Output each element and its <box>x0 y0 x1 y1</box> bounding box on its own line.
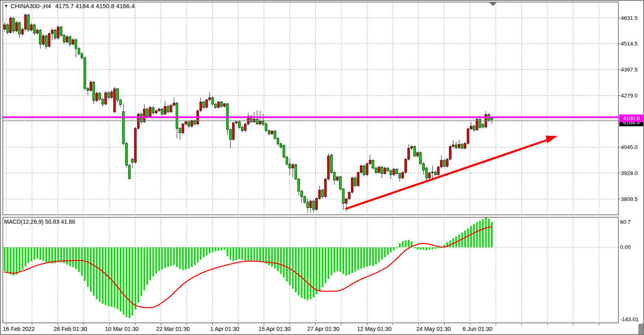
candle-body <box>105 93 107 104</box>
macd-histogram-bar <box>405 240 407 247</box>
macd-histogram-bar <box>140 247 142 296</box>
macd-histogram-bar <box>57 247 59 262</box>
candle-body <box>360 166 362 172</box>
macd-histogram-bar <box>34 247 35 259</box>
candle-body <box>491 118 493 120</box>
macd-histogram-bar <box>39 247 41 259</box>
candle-body <box>280 144 282 147</box>
macd-histogram-bar <box>135 247 136 309</box>
macd-histogram-bar <box>30 247 32 261</box>
candle-body <box>476 119 478 130</box>
macd-histogram-bar <box>402 241 403 247</box>
trend-arrow-line[interactable] <box>346 139 549 209</box>
macd-histogram-bar <box>283 247 285 277</box>
candle-body <box>10 18 12 32</box>
candle-body <box>440 160 442 167</box>
candle-body <box>78 49 80 54</box>
candle-body <box>342 189 344 203</box>
candle-body <box>437 167 439 175</box>
macd-histogram-bar <box>491 222 493 247</box>
macd-indicator-label: MACD(12,26,9) 50.83 41.88 <box>4 218 75 225</box>
macd-axis-label: 60.7 <box>620 219 631 225</box>
candle-body <box>220 102 222 106</box>
candle-body <box>30 25 32 30</box>
candle-body <box>134 128 136 162</box>
symbol-period-label: CHINA300-,H4 <box>11 2 51 9</box>
chart-canvas[interactable]: 4631.54514.54397.54279.04045.03928.03809… <box>1 1 644 335</box>
candle-body <box>446 159 448 166</box>
candle-body <box>81 54 83 58</box>
candle-body <box>325 179 327 197</box>
candle-body <box>179 128 181 133</box>
chart-shift-marker-icon[interactable] <box>489 2 497 6</box>
macd-histogram-bar <box>87 247 88 287</box>
macd-histogram-bar <box>384 247 386 257</box>
macd-histogram-bar <box>470 226 472 247</box>
macd-histogram-bar <box>241 247 243 259</box>
macd-histogram-bar <box>66 247 68 265</box>
macd-histogram-bar <box>131 247 133 316</box>
candle-body <box>131 159 134 162</box>
macd-histogram-bar <box>153 247 154 277</box>
candle-body <box>467 129 469 143</box>
candle-body <box>218 102 220 108</box>
symbol-dropdown-icon[interactable]: ▼ <box>4 4 8 8</box>
candle-body <box>381 167 383 173</box>
price-axis-label: 4631.5 <box>621 15 638 21</box>
candle-body <box>215 104 217 107</box>
macd-histogram-bar <box>248 247 249 261</box>
candle-body <box>51 30 53 34</box>
candle-body <box>33 25 35 33</box>
macd-histogram-bar <box>227 247 228 256</box>
macd-histogram-bar <box>363 247 365 268</box>
macd-histogram-bar <box>212 247 213 252</box>
candle-body <box>482 124 484 127</box>
macd-histogram-bar <box>292 247 294 289</box>
macd-histogram-bar <box>358 247 359 270</box>
macd-histogram-bar <box>277 247 279 271</box>
macd-histogram-bar <box>304 247 306 299</box>
candle-body <box>146 109 148 116</box>
candle-body <box>464 143 466 148</box>
macd-histogram-bar <box>334 247 335 272</box>
macd-histogram-bar <box>253 247 255 260</box>
candle-body <box>334 173 336 180</box>
macd-histogram-bar <box>250 247 252 261</box>
macd-histogram-bar <box>426 247 427 250</box>
candle-body <box>416 153 418 156</box>
macd-histogram-bar <box>144 247 145 290</box>
time-axis-label: 28 Feb 01:30 <box>54 326 87 332</box>
price-axis-label: 3928.0 <box>621 170 638 176</box>
candle-body <box>369 160 371 164</box>
macd-histogram-bar <box>155 247 157 274</box>
macd-histogram-bar <box>129 247 130 318</box>
macd-histogram-bar <box>482 219 484 247</box>
macd-histogram-bar <box>372 247 374 266</box>
candle-body <box>286 157 288 164</box>
macd-histogram-bar <box>194 247 196 265</box>
macd-histogram-bar <box>307 247 308 300</box>
ohlc-values: 4175.7 4184.4 4150.8 4166.4 <box>55 2 135 9</box>
candle-body <box>301 191 303 197</box>
candle-body <box>372 160 374 168</box>
candle-body <box>224 104 226 106</box>
macd-histogram-bar <box>90 247 92 292</box>
price-axis-label: 4514.5 <box>621 41 638 47</box>
candle-body <box>241 127 243 130</box>
main-chart-panel-frame <box>3 2 618 215</box>
candle-body <box>405 159 407 173</box>
candle-body <box>66 37 68 42</box>
candle-body <box>15 23 17 31</box>
scrollbar-thumb[interactable] <box>638 324 644 335</box>
macd-histogram-bar <box>342 247 344 274</box>
macd-histogram-bar <box>43 247 44 261</box>
macd-histogram-bar <box>81 247 83 276</box>
candle-body <box>93 82 95 101</box>
macd-histogram-bar <box>331 247 332 275</box>
chart-window[interactable]: 4631.54514.54397.54279.04045.03928.03809… <box>0 0 644 335</box>
candle-body <box>108 93 110 97</box>
candle-body <box>37 30 39 33</box>
candle-body <box>378 167 380 173</box>
trend-arrow-head[interactable] <box>546 136 558 143</box>
macd-histogram-bar <box>473 224 475 247</box>
